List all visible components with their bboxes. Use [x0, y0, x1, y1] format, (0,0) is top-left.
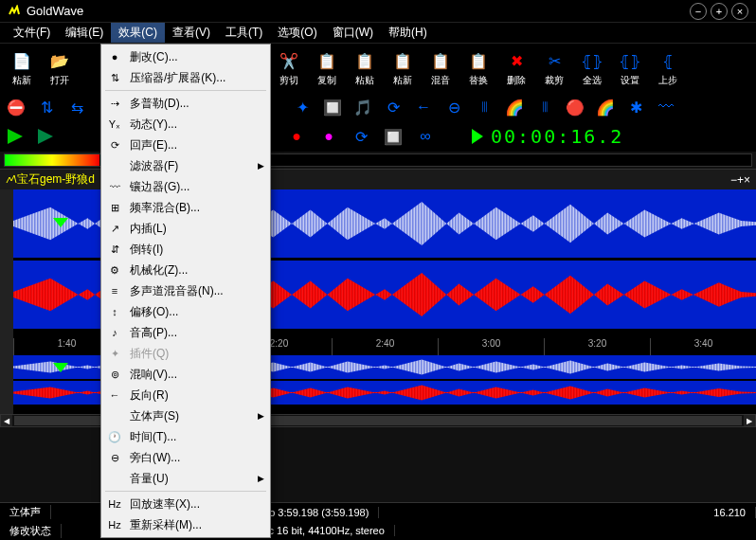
menu-item-playrate[interactable]: Hz回放速率(X)...: [101, 494, 270, 514]
menu-item-mechanize[interactable]: ⚙机械化(Z)...: [101, 260, 270, 280]
menu-item-volume[interactable]: 音量(U)▶: [101, 468, 270, 489]
menu-item-flanger[interactable]: 〰镶边器(G)...: [101, 176, 270, 197]
doc-icon: [6, 174, 17, 186]
menu-item-plugin: ✦插件(Q): [101, 343, 270, 364]
set-icon: ⦃⦄: [619, 49, 641, 72]
menu-item-resample[interactable]: Hz重新采样(M)...: [101, 514, 270, 535]
menu-view[interactable]: 查看(V): [165, 23, 218, 43]
menu-item-pitch[interactable]: ♪音高(P)...: [101, 322, 270, 343]
menu-help[interactable]: 帮助(H): [381, 23, 435, 43]
doc-maximize-button[interactable]: +: [737, 173, 744, 187]
menu-item-dynamics[interactable]: Yₓ动态(Y)...: [101, 114, 270, 135]
loop-icon[interactable]: ⟳: [349, 124, 373, 149]
paste-button[interactable]: 📋粘贴: [347, 47, 383, 89]
copy-button[interactable]: 📋复制: [309, 47, 345, 89]
wave-icon[interactable]: 〰: [654, 95, 678, 119]
link-icon[interactable]: ∞: [413, 124, 438, 149]
menu-item-filter[interactable]: 滤波器(F)▶: [101, 155, 270, 176]
pastenew-icon: 📋: [391, 49, 414, 72]
menu-item-offset[interactable]: ↕偏移(O)...: [101, 301, 270, 322]
set-button[interactable]: ⦃⦄设置: [612, 47, 648, 89]
new-icon: 📄: [10, 49, 33, 72]
menu-item-echo[interactable]: ⟳回声(E)...: [101, 135, 270, 155]
menu-item-reverse[interactable]: ←反向(R): [101, 385, 270, 405]
swap-icon[interactable]: ⇅: [34, 95, 59, 119]
app-logo-icon: [8, 5, 21, 18]
replace-button[interactable]: 📋替换: [460, 47, 496, 89]
ruler-mark: 3:40: [650, 338, 756, 355]
menu-item-multimixer[interactable]: ≡多声道混音器(N)...: [101, 280, 270, 301]
star-icon[interactable]: ✱: [623, 95, 648, 119]
resample-icon: Hz: [105, 519, 124, 531]
pastenew-button[interactable]: 📋粘新: [385, 47, 421, 89]
color-icon[interactable]: 🔴: [563, 95, 587, 119]
menu-item-censor[interactable]: ●删改(C)...: [101, 46, 270, 67]
cut-icon: ✂️: [278, 49, 300, 72]
selall-button[interactable]: ⦃⦄全选: [574, 47, 610, 89]
record-button[interactable]: ●: [284, 124, 309, 149]
new-button[interactable]: 📄粘新: [4, 47, 40, 89]
time-display: 00:00:16.2: [491, 125, 623, 148]
maximize-button[interactable]: +: [711, 3, 728, 20]
doc-close-button[interactable]: ×: [744, 173, 750, 187]
stop-icon[interactable]: ⛔: [4, 95, 28, 119]
fx1-icon[interactable]: ✦: [290, 95, 315, 119]
menu-item-doppler[interactable]: ⇢多普勒(D)...: [101, 93, 270, 114]
rainbow-icon[interactable]: 🌈: [593, 95, 618, 119]
scroll-right-button[interactable]: ▶: [744, 415, 755, 426]
ruler-mark: 3:20: [544, 338, 650, 355]
menu-effect[interactable]: 效果(C): [111, 23, 165, 43]
menu-item-reverb[interactable]: ⊚混响(V)...: [101, 364, 270, 385]
menu-item-stereo[interactable]: 立体声(S)▶: [101, 405, 270, 426]
fx2-icon[interactable]: 🔲: [320, 95, 345, 119]
app-title: GoldWave: [27, 4, 686, 18]
menu-item-invert[interactable]: ⇵倒转(I): [101, 239, 270, 260]
open-button[interactable]: 📂打开: [42, 47, 78, 89]
menu-window[interactable]: 窗口(W): [325, 23, 381, 43]
trim-button[interactable]: ✂裁剪: [536, 47, 572, 89]
menu-item-time[interactable]: 🕐时间(T)...: [101, 426, 270, 447]
playrate-icon: Hz: [105, 498, 124, 510]
fx4-icon[interactable]: ⟳: [381, 95, 405, 119]
scroll-left-button[interactable]: ◀: [1, 415, 12, 426]
menu-item-compressor[interactable]: ⇅压缩器/扩展器(K)...: [101, 67, 270, 88]
overview-cursor[interactable]: [53, 363, 68, 372]
menu-item-voiceover[interactable]: ⊖旁白(W)...: [101, 447, 270, 468]
play2-button[interactable]: [34, 125, 57, 148]
freqblend-icon: ⊞: [105, 202, 124, 214]
visual-icon[interactable]: ⦀: [532, 95, 557, 119]
menu-edit[interactable]: 编辑(E): [58, 23, 111, 43]
fx5-icon[interactable]: ←: [411, 95, 436, 119]
reverb-icon: ⊚: [105, 369, 124, 381]
waveform-gutter: [0, 189, 13, 355]
fx6-icon[interactable]: ⊖: [441, 95, 466, 119]
prev-button[interactable]: ⦃上步: [650, 47, 686, 89]
spectrum-icon[interactable]: 🌈: [502, 95, 527, 119]
delete-button[interactable]: ✖删除: [498, 47, 534, 89]
compressor-icon: ⇅: [105, 72, 124, 84]
fx3-icon[interactable]: 🎵: [351, 95, 375, 119]
menu-file[interactable]: 文件(F): [6, 23, 58, 43]
close-button[interactable]: ×: [731, 3, 748, 20]
menu-tool[interactable]: 工具(T): [218, 23, 270, 43]
play-button[interactable]: [4, 125, 27, 148]
minimize-button[interactable]: −: [690, 3, 707, 20]
trim-icon: ✂: [543, 49, 566, 72]
cut-button[interactable]: ✂️剪切: [271, 47, 307, 89]
mechanize-icon: ⚙: [105, 264, 124, 277]
submenu-arrow-icon: ▶: [258, 411, 264, 421]
rec2-icon[interactable]: ●: [316, 124, 341, 149]
doc-minimize-button[interactable]: −: [730, 173, 737, 187]
submenu-arrow-icon: ▶: [258, 161, 264, 171]
play-cursor[interactable]: [53, 218, 68, 227]
mix-icon: 📋: [429, 49, 452, 72]
doppler-icon: ⇢: [105, 98, 124, 110]
menu-item-interpolate[interactable]: ↗内插(L): [101, 218, 270, 239]
censor-icon: ●: [105, 51, 124, 63]
marker-icon[interactable]: 🔲: [381, 124, 405, 149]
arrows-icon[interactable]: ⇆: [64, 95, 89, 119]
eq-icon[interactable]: ⫴: [472, 95, 496, 119]
mix-button[interactable]: 📋混音: [423, 47, 459, 89]
menu-options[interactable]: 选项(O): [270, 23, 324, 43]
menu-item-freqblend[interactable]: ⊞频率混合(B)...: [101, 197, 270, 218]
